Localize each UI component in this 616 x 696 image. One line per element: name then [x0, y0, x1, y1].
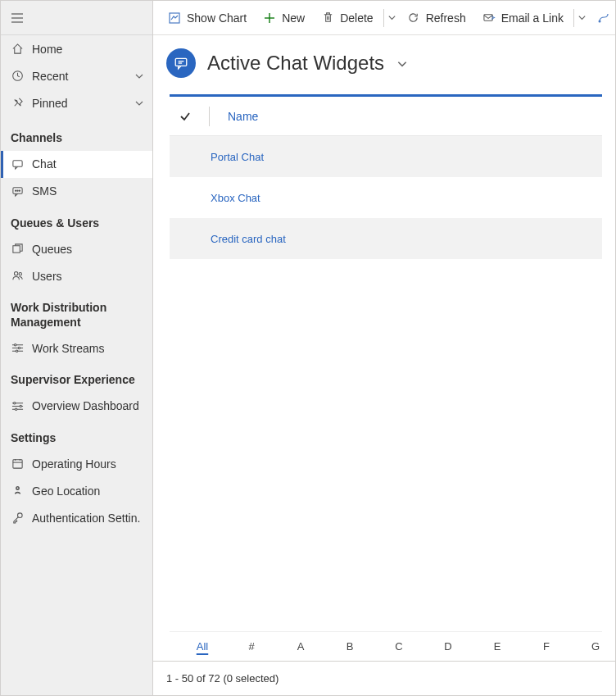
nav-recent[interactable]: Recent: [1, 62, 152, 89]
select-all-column[interactable]: [179, 111, 191, 122]
letter-b[interactable]: B: [325, 640, 374, 653]
cmd-delete-label: Delete: [340, 11, 373, 25]
svg-point-11: [19, 272, 21, 275]
section-header-channels: Channels: [1, 116, 152, 151]
nav-sms-label: SMS: [32, 184, 144, 198]
cell-name: Xbox Chat: [211, 192, 260, 204]
cmd-flow[interactable]: [589, 1, 615, 34]
chevron-down-icon: [134, 98, 144, 108]
cmd-refresh[interactable]: Refresh: [399, 1, 474, 34]
nav-home[interactable]: Home: [1, 35, 152, 62]
table-row[interactable]: Xbox Chat: [170, 177, 602, 218]
svg-point-21: [13, 402, 15, 403]
nav-geo-label: Geo Location: [32, 484, 144, 498]
nav-overview-dashboard[interactable]: Overview Dashboard: [1, 393, 152, 420]
location-icon: [11, 484, 24, 498]
sms-icon: [11, 184, 24, 198]
cell-name: Portal Chat: [211, 151, 264, 163]
section-header-queues: Queues & Users: [1, 205, 152, 236]
cmd-new[interactable]: New: [255, 1, 313, 34]
nav-users[interactable]: Users: [1, 262, 152, 289]
column-header-name[interactable]: Name: [228, 110, 258, 123]
nav-overview-dashboard-label: Overview Dashboard: [32, 399, 144, 412]
letter-g[interactable]: G: [571, 640, 615, 653]
letter-c[interactable]: C: [374, 640, 424, 653]
plus-icon: [263, 11, 276, 25]
page-title-text: Active Chat Widgets: [207, 52, 384, 74]
table-row[interactable]: Portal Chat: [170, 136, 602, 177]
svg-rect-24: [12, 460, 21, 468]
email-icon: [482, 11, 496, 25]
column-divider: [209, 107, 210, 126]
separator: [383, 9, 384, 27]
status-text: 1 - 50 of 72 (0 selected): [166, 672, 279, 685]
nav-queues[interactable]: Queues: [1, 235, 152, 262]
svg-point-22: [20, 405, 21, 407]
refresh-icon: [407, 11, 420, 25]
svg-rect-31: [170, 13, 179, 23]
cmd-email-dropdown[interactable]: [576, 1, 589, 34]
sidebar: Home Recent Pinned Channels Cha: [1, 1, 153, 695]
section-header-wdm: Work Distribution Management: [1, 289, 152, 334]
table-row[interactable]: Credit card chat: [170, 218, 602, 259]
svg-point-7: [16, 189, 17, 190]
section-header-settings: Settings: [1, 420, 152, 451]
letter-all[interactable]: All: [178, 640, 227, 653]
home-icon: [11, 43, 24, 56]
svg-point-8: [19, 189, 20, 190]
svg-rect-36: [175, 58, 187, 66]
letter-d[interactable]: D: [424, 640, 473, 653]
trash-icon: [321, 11, 334, 25]
nav-chat-label: Chat: [32, 157, 144, 171]
letter-hash[interactable]: #: [227, 640, 276, 653]
svg-point-23: [15, 408, 16, 410]
nav-queues-label: Queues: [32, 243, 144, 256]
nav-geo-location[interactable]: Geo Location: [1, 477, 152, 504]
nav-recent-label: Recent: [32, 70, 126, 83]
pin-icon: [11, 97, 24, 110]
users-icon: [11, 270, 24, 283]
svg-rect-4: [12, 160, 21, 166]
dashboard-icon: [11, 399, 24, 412]
nav-sms[interactable]: SMS: [1, 178, 152, 205]
nav-pinned[interactable]: Pinned: [1, 89, 152, 116]
svg-point-16: [18, 347, 20, 348]
nav-home-label: Home: [32, 43, 144, 56]
page-title[interactable]: Active Chat Widgets: [207, 52, 408, 75]
nav-auth-settings[interactable]: Authentication Settin.: [1, 504, 152, 531]
command-bar: Show Chart New Delete: [153, 1, 615, 35]
cmd-delete-dropdown[interactable]: [385, 1, 398, 34]
svg-point-15: [14, 344, 16, 346]
flow-icon: [597, 11, 610, 25]
nav-users-label: Users: [32, 270, 144, 283]
nav-chat[interactable]: Chat: [1, 151, 152, 178]
nav-work-streams-label: Work Streams: [32, 342, 144, 355]
queues-icon: [11, 243, 24, 256]
svg-point-17: [16, 350, 17, 352]
nav-operating-hours[interactable]: Operating Hours: [1, 450, 152, 477]
letter-a[interactable]: A: [276, 640, 325, 653]
chart-icon: [168, 11, 181, 25]
letter-index: All # A B C D E F G: [170, 631, 602, 661]
grid-header: Name: [170, 97, 602, 136]
separator: [573, 9, 574, 27]
nav-work-streams[interactable]: Work Streams: [1, 334, 152, 362]
chat-icon: [11, 157, 24, 171]
svg-point-35: [599, 20, 601, 22]
nav-op-hours-label: Operating Hours: [32, 457, 144, 471]
cmd-refresh-label: Refresh: [426, 11, 466, 25]
cmd-delete[interactable]: Delete: [313, 1, 381, 34]
cmd-email-link[interactable]: Email a Link: [474, 1, 572, 34]
hamburger-button[interactable]: [1, 1, 152, 35]
cmd-show-chart[interactable]: Show Chart: [160, 1, 255, 34]
status-bar: 1 - 50 of 72 (0 selected): [153, 661, 615, 695]
svg-rect-34: [484, 15, 492, 21]
svg-point-10: [14, 272, 17, 275]
letter-f[interactable]: F: [522, 640, 571, 653]
chevron-down-icon: [134, 71, 144, 81]
cmd-new-label: New: [282, 11, 305, 25]
svg-point-29: [16, 487, 19, 489]
chevron-down-icon: [396, 52, 408, 74]
hamburger-icon: [11, 11, 24, 25]
letter-e[interactable]: E: [473, 640, 522, 653]
